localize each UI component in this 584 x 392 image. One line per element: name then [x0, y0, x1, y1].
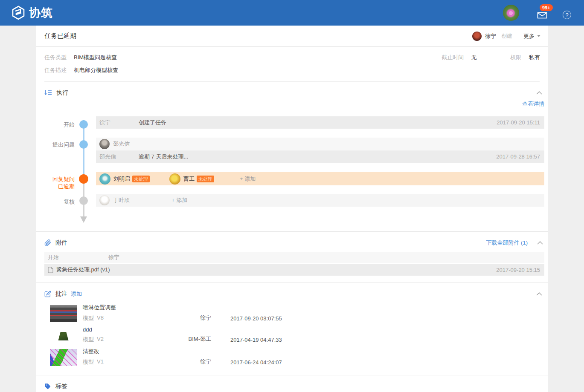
creator-name: 徐宁: [485, 32, 496, 40]
timeline-log-row: 邵光信 逾期 7 天后未处理... 2017-09-28 16:57: [96, 150, 544, 163]
logo-text: 协筑: [29, 5, 53, 20]
stage-label-question: 提出问题: [44, 141, 75, 148]
log-text: 逾期 7 天后未处理...: [139, 153, 496, 161]
permission-value: 私有: [529, 54, 540, 61]
section-execution: 执行 查看详情 开始 提出问题 回复疑问 已逾期 复核: [36, 82, 548, 223]
timeline-node-reply-overdue: [79, 174, 88, 184]
annotation-time: 2017-06-24 04:24:07: [230, 359, 282, 366]
log-user: 徐宁: [99, 119, 139, 127]
stage-label-start: 开始: [44, 121, 75, 128]
description-label: 任务描述: [44, 66, 67, 74]
log-time: 2017-09-28 16:57: [496, 153, 540, 160]
annotation-thumbnail: [50, 349, 77, 366]
collapse-chevron-icon[interactable]: [536, 91, 542, 95]
assignee-name: 刘明启: [113, 175, 130, 183]
attachment-row: 紧急任务处理.pdf (v1) 2017-09-20 15:15: [44, 264, 544, 276]
file-time: 2017-09-20 15:15: [496, 267, 540, 273]
annotation-item[interactable]: ddd 模型 V2 BIM-邵工 2017-04-19 04:47:33: [44, 326, 544, 343]
timeline-node-review: [79, 196, 88, 205]
section-attachments: 附件 下载全部附件 (1) 开始 徐宁 紧急任务处理.pdf (v1) 2017…: [36, 231, 548, 276]
notification-badge: 99+: [540, 4, 553, 11]
assignee-chip[interactable]: 刘明启 未处理: [99, 173, 150, 184]
description-value: 机电部分模型核查: [74, 66, 118, 74]
collapse-chevron-icon[interactable]: [537, 241, 543, 245]
timeline-log-row: 徐宁 创建了任务 2017-09-20 15:11: [96, 116, 544, 129]
notifications-button[interactable]: 99+: [537, 11, 547, 20]
task-type-value: BIM模型问题核查: [74, 54, 117, 61]
annotation-version: V2: [97, 336, 104, 343]
assignee-name: 丁叶欣: [113, 196, 130, 204]
stage-label-reply-text: 回复疑问: [44, 176, 75, 183]
assignee-row-overdue: 刘明启 未处理 曹工 未处理 + 添加: [96, 172, 544, 185]
file-name[interactable]: 紧急任务处理.pdf (v1): [56, 266, 110, 274]
annotation-thumbnail: [50, 305, 77, 322]
annotation-title: ddd: [83, 326, 166, 333]
task-type-label: 任务类型: [44, 54, 67, 61]
annotation-item[interactable]: 喷淋位置调整 模型 V8 徐宁 2017-09-20 03:07:55: [44, 304, 544, 322]
assignee-avatar: [99, 173, 110, 184]
assignee-avatar: [169, 173, 180, 184]
log-user: 邵光信: [99, 153, 139, 161]
section-tags: 标签: [36, 375, 548, 392]
annotation-title: 喷淋位置调整: [83, 304, 166, 311]
section-annotations: 批注 添加 喷淋位置调整 模型 V8 徐宁 2017-09-20 03:07:5…: [36, 282, 548, 366]
status-badge: 未处理: [132, 176, 150, 182]
help-icon[interactable]: ?: [563, 11, 571, 19]
pdf-file-icon: [48, 267, 53, 273]
timeline-arrow-icon: [80, 216, 87, 223]
more-button[interactable]: 更多: [523, 32, 540, 40]
assignee-chip[interactable]: 曹工 未处理: [169, 173, 214, 184]
page-title: 任务已延期: [44, 32, 76, 40]
annotation-thumbnail: [55, 328, 72, 343]
assignee-row-question: 邵光信: [96, 138, 544, 150]
annotation-title: 清整改: [83, 348, 166, 355]
app-logo[interactable]: 协筑: [11, 5, 53, 20]
add-annotation-link[interactable]: 添加: [71, 290, 82, 298]
annotation-time: 2017-09-20 03:07:55: [230, 315, 282, 322]
log-text: 创建了任务: [139, 119, 497, 127]
add-assignee-button[interactable]: + 添加: [171, 196, 187, 204]
creator-action-label: 创建: [501, 32, 512, 40]
more-button-label: 更多: [523, 32, 535, 40]
caret-down-icon: [537, 35, 540, 37]
task-info-block: 任务类型 BIM模型问题核查 截止时间 无 权限 私有 任务描述 机电部分模型核…: [36, 47, 548, 82]
annotation-author: BIM-邵工: [166, 335, 211, 343]
paperclip-icon: [44, 239, 51, 246]
task-title-row: 任务已延期 徐宁 创建 更多: [36, 26, 548, 47]
tags-section-title: 标签: [55, 383, 67, 390]
stage-label-review: 复核: [44, 198, 75, 205]
timeline-line-active: [83, 120, 84, 179]
stage-label-reply: 回复疑问 已逾期: [44, 176, 75, 190]
edit-square-icon: [44, 291, 51, 297]
annotation-category: 模型: [83, 358, 94, 366]
tag-icon: [44, 383, 51, 390]
assignee-avatar[interactable]: [99, 139, 110, 149]
annotation-time: 2017-04-19 04:47:33: [230, 337, 282, 343]
deadline-value: 无: [471, 54, 477, 61]
attachment-stage-column: 开始: [48, 254, 108, 261]
app-header: 协筑 99+ ?: [0, 0, 584, 26]
annotation-version: V1: [97, 358, 104, 366]
assignee-avatar[interactable]: [99, 195, 110, 205]
message-envelope-icon: [537, 11, 547, 19]
annotation-category: 模型: [83, 336, 94, 343]
assignee-row-review: 丁叶欣 + 添加: [96, 194, 544, 207]
status-badge: 未处理: [197, 176, 214, 182]
user-avatar[interactable]: [503, 5, 519, 21]
logo-hexagon-icon: [11, 6, 26, 20]
timeline-node-question: [79, 140, 88, 149]
timeline-node-start: [79, 120, 88, 129]
download-all-link[interactable]: 下载全部附件 (1): [486, 239, 528, 247]
annotations-section-title: 批注: [55, 290, 67, 298]
add-assignee-button[interactable]: + 添加: [240, 175, 256, 183]
annotation-item[interactable]: 清整改 模型 V1 徐宁 2017-06-24 04:24:07: [44, 348, 544, 366]
view-details-link[interactable]: 查看详情: [522, 101, 544, 107]
annotation-version: V8: [97, 314, 104, 322]
collapse-chevron-icon[interactable]: [536, 292, 542, 296]
stage-label-overdue-text: 已逾期: [44, 183, 75, 190]
sort-list-icon: [44, 89, 52, 96]
creator-avatar[interactable]: [472, 32, 482, 41]
execution-timeline: 开始 提出问题 回复疑问 已逾期 复核 徐宁 创建了任务 2017-09-20 …: [44, 116, 544, 223]
task-detail-card: 任务已延期 徐宁 创建 更多 任务类型 BIM模型问题核查 截止时间 无 权限 …: [36, 26, 548, 392]
attachments-section-title: 附件: [55, 239, 67, 247]
